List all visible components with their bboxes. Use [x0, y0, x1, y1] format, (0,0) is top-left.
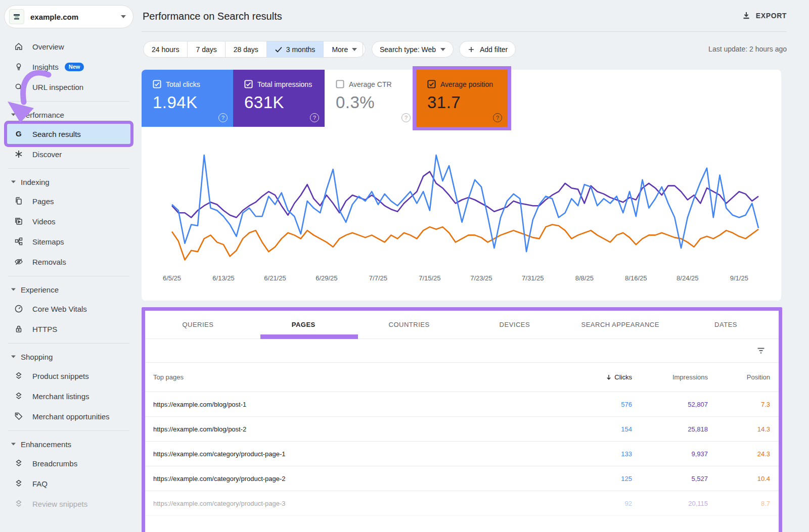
tab-dates[interactable]: DATES [673, 311, 779, 338]
tab-queries[interactable]: QUERIES [145, 311, 251, 338]
sidebar-item-product-snippets[interactable]: Product snippets [0, 366, 138, 386]
checkbox-checked-icon[interactable] [244, 80, 253, 88]
sidebar-divider [8, 276, 129, 276]
tab-countries[interactable]: COUNTRIES [356, 311, 462, 338]
asterisk-icon [14, 150, 23, 159]
cell-page[interactable]: https://example.com/category/product-pag… [145, 500, 551, 507]
export-button[interactable]: EXPORT [742, 11, 787, 20]
table-row[interactable]: https://example.com/category/product-pag… [145, 491, 779, 516]
sidebar-item-core-web-vitals[interactable]: Core Web Vitals [0, 299, 138, 319]
range-chip-3-months[interactable]: 3 months [266, 41, 324, 57]
sidebar-item-label: Breadcrumbs [32, 459, 77, 468]
checkbox-unchecked-icon[interactable] [336, 80, 344, 88]
column-clicks-sort[interactable]: Clicks [551, 373, 632, 381]
sidebar-section-shopping[interactable]: Shopping [0, 348, 138, 366]
sidebar-item-label: HTTPS [32, 325, 57, 333]
x-tick-label: 6/5/25 [163, 274, 181, 282]
sidebar-item-discover[interactable]: Discover [0, 144, 138, 164]
metric-card-ctr[interactable]: Average CTR0.3%? [325, 70, 416, 127]
metric-card-clicks[interactable]: Total clicks1.94K? [142, 70, 233, 127]
cell-impressions: 9,937 [632, 450, 708, 458]
metric-cards: Total clicks1.94K?Total impressions631K?… [142, 70, 508, 127]
sidebar-item-review-snippets[interactable]: Review snippets [0, 494, 138, 514]
layers-icon [14, 479, 23, 488]
cell-page[interactable]: https://example.com/blog/post-2 [145, 425, 551, 433]
checkbox-checked-icon[interactable] [153, 80, 161, 88]
sidebar-nav: OverviewInsightsNewURL inspectionPerform… [0, 36, 138, 514]
sidebar-item-overview[interactable]: Overview [0, 36, 138, 57]
chevron-down-icon [11, 355, 16, 358]
checkbox-checked-icon[interactable] [427, 80, 436, 88]
sidebar-item-merchant-opportunities[interactable]: Merchant opportunities [0, 406, 138, 426]
help-icon[interactable]: ? [218, 113, 228, 122]
add-filter-label: Add filter [480, 45, 508, 54]
help-icon[interactable]: ? [493, 113, 502, 122]
sidebar-item-insights[interactable]: InsightsNew [0, 57, 138, 77]
metric-label: Average position [440, 80, 493, 88]
help-icon[interactable]: ? [310, 113, 319, 122]
performance-panel: Total clicks1.94K?Total impressions631K?… [142, 70, 781, 301]
cell-page[interactable]: https://example.com/category/product-pag… [145, 475, 551, 482]
search-type-filter[interactable]: Search type: Web [372, 41, 454, 58]
layers-icon [14, 499, 23, 508]
table-row[interactable]: https://example.com/category/product-pag… [145, 442, 779, 466]
table-row[interactable]: https://example.com/blog/post-215425,818… [145, 417, 779, 442]
sidebar-item-faq[interactable]: FAQ [0, 473, 138, 494]
sidebar-item-url-inspection[interactable]: URL inspection [0, 77, 138, 97]
sidebar-section-performance[interactable]: Performance [0, 106, 138, 124]
tab-devices[interactable]: DEVICES [462, 311, 567, 338]
export-label: EXPORT [756, 12, 787, 20]
table-row[interactable]: https://example.com/blog/post-157652,807… [145, 392, 779, 417]
sidebar-item-https[interactable]: HTTPS [0, 319, 138, 339]
chevron-down-icon [352, 48, 357, 51]
sidebar-item-videos[interactable]: Videos [0, 211, 138, 231]
sidebar-item-label: Sitemaps [32, 237, 64, 246]
series-line-average-position [172, 225, 758, 260]
dimension-tabs: QUERIESPAGESCOUNTRIESDEVICESSEARCH APPEA… [145, 311, 779, 339]
pages-icon [14, 197, 23, 206]
more-ranges-button[interactable]: More [323, 41, 365, 57]
sidebar-divider [8, 430, 129, 431]
range-chip-28-days[interactable]: 28 days [225, 41, 266, 57]
table-row[interactable]: https://example.com/category/product-pag… [145, 466, 779, 491]
sidebar-item-breadcrumbs[interactable]: Breadcrumbs [0, 453, 138, 473]
sitemap-icon [14, 237, 23, 246]
range-chip-7-days[interactable]: 7 days [187, 41, 224, 57]
sidebar-section-experience[interactable]: Experience [0, 280, 138, 299]
sidebar-item-removals[interactable]: Removals [0, 252, 138, 272]
sidebar-item-pages[interactable]: Pages [0, 191, 138, 211]
cell-page[interactable]: https://example.com/blog/post-1 [145, 401, 551, 408]
sidebar-item-label: Product snippets [32, 372, 89, 380]
filter-divider [363, 42, 363, 56]
dimensions-table-card: QUERIESPAGESCOUNTRIESDEVICESSEARCH APPEA… [145, 311, 779, 532]
help-icon[interactable]: ? [401, 113, 411, 122]
sidebar-section-enhancements[interactable]: Enhancements [0, 435, 138, 453]
tab-search-appearance[interactable]: SEARCH APPEARANCE [567, 311, 673, 338]
property-selector[interactable]: example.com [4, 5, 133, 28]
cell-impressions: 25,818 [632, 425, 708, 433]
add-filter-button[interactable]: Add filter [459, 41, 516, 58]
sidebar: example.com OverviewInsightsNewURL inspe… [0, 0, 138, 532]
range-chip-24-hours[interactable]: 24 hours [144, 41, 187, 57]
date-range-group: 24 hours7 days28 days3 monthsMore [143, 41, 366, 58]
sidebar-item-search-results[interactable]: GSearch results [7, 124, 130, 144]
svg-text:G: G [16, 129, 22, 138]
search-type-label: Search type: Web [380, 45, 436, 54]
metric-value: 631K [244, 93, 325, 112]
download-icon [742, 11, 751, 20]
sidebar-item-sitemaps[interactable]: Sitemaps [0, 231, 138, 252]
chevron-down-icon [11, 180, 16, 183]
performance-chart: 6/5/256/13/256/21/256/29/257/7/257/15/25… [142, 146, 781, 297]
cell-position: 14.3 [708, 425, 779, 433]
sidebar-item-label: Merchant opportunities [32, 412, 110, 421]
metric-card-impressions[interactable]: Total impressions631K? [233, 70, 325, 127]
sidebar-section-indexing[interactable]: Indexing [0, 173, 138, 191]
metric-label: Total impressions [257, 80, 312, 88]
cell-page[interactable]: https://example.com/category/product-pag… [145, 450, 551, 458]
cell-position: 10.4 [708, 475, 779, 482]
metric-card-position[interactable]: Average position31.7? [416, 70, 508, 127]
filter-icon[interactable] [756, 346, 766, 355]
sidebar-item-merchant-listings[interactable]: Merchant listings [0, 386, 138, 406]
metric-value: 0.3% [336, 93, 416, 112]
chevron-down-icon [440, 48, 445, 51]
